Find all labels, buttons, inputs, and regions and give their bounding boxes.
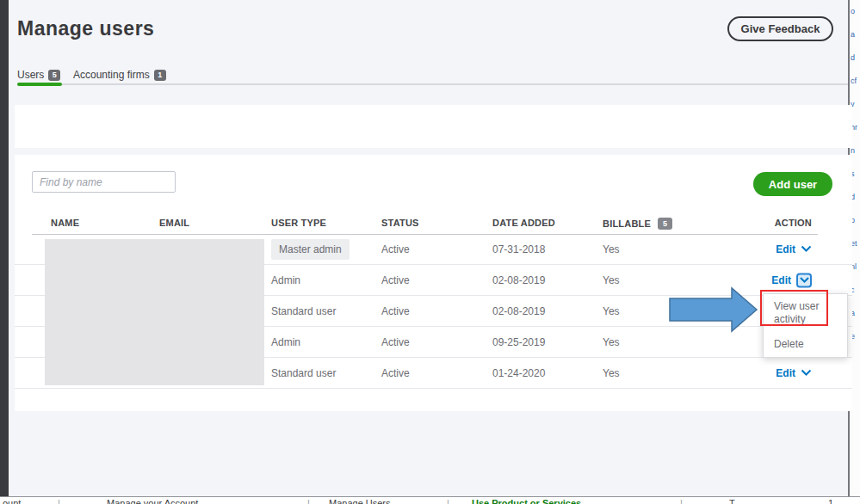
- bottom-link-use-product: Use Product or Services: [472, 498, 581, 504]
- header-action: ACTION: [775, 218, 812, 228]
- cell-status: Active: [381, 243, 410, 255]
- bottom-fragment: T: [729, 498, 735, 504]
- header-billable: BILLABLE 5: [603, 218, 672, 230]
- cell-date-added: 02-08-2019: [492, 274, 545, 286]
- cell-user-type: Master admin: [271, 239, 350, 260]
- bottom-link-manage-account: Manage your Account: [107, 498, 198, 504]
- bottom-separator: |: [680, 498, 683, 504]
- header-date-added: DATE ADDED: [492, 218, 555, 228]
- chevron-down-icon[interactable]: [801, 245, 812, 253]
- annotation-arrow-icon: [669, 286, 759, 333]
- header-user-type: USER TYPE: [271, 218, 326, 228]
- cell-action: Edit: [776, 243, 812, 255]
- table-header-row: NAME EMAIL USER TYPE STATUS DATE ADDED B…: [15, 215, 852, 234]
- cell-status: Active: [381, 305, 410, 317]
- cell-user-type: Admin: [271, 336, 300, 348]
- cell-billable: Yes: [603, 305, 620, 317]
- cell-user-type: Admin: [271, 274, 300, 286]
- cell-billable: Yes: [603, 367, 620, 379]
- page-title: Manage users: [17, 17, 154, 40]
- add-user-button[interactable]: Add user: [753, 172, 832, 196]
- edit-link[interactable]: Edit: [771, 274, 791, 286]
- users-card: Add user NAME EMAIL USER TYPE STATUS DAT…: [15, 155, 852, 411]
- edit-link[interactable]: Edit: [776, 367, 795, 379]
- bottom-separator: |: [58, 498, 60, 504]
- cell-action: Edit: [776, 367, 812, 379]
- give-feedback-button[interactable]: Give Feedback: [727, 16, 833, 41]
- bottom-separator: |: [447, 498, 449, 504]
- tab-accounting-firms[interactable]: Accounting firms 1: [73, 68, 166, 82]
- tab-users[interactable]: Users 5: [17, 68, 60, 82]
- cell-date-added: 09-25-2019: [492, 336, 545, 348]
- chevron-down-icon[interactable]: [801, 369, 812, 377]
- cell-status: Active: [381, 274, 410, 286]
- cell-billable: Yes: [603, 274, 620, 286]
- cell-user-type: Standard user: [271, 305, 336, 317]
- tab-accounting-firms-label: Accounting firms: [73, 69, 150, 81]
- tab-users-label: Users: [17, 69, 44, 81]
- cell-status: Active: [381, 367, 410, 379]
- header-billable-label: BILLABLE: [603, 218, 651, 229]
- tab-users-count-badge: 5: [48, 70, 60, 81]
- tab-accounting-firms-count-badge: 1: [154, 70, 166, 81]
- cell-date-added: 07-31-2018: [492, 243, 545, 255]
- bottom-separator: |: [307, 498, 310, 504]
- billable-count-badge: 5: [658, 218, 672, 230]
- header-email: EMAIL: [159, 218, 189, 228]
- cell-status: Active: [381, 336, 410, 348]
- bottom-link-manage-users: Manage Users: [329, 498, 391, 504]
- cell-user-type: Standard user: [271, 367, 336, 379]
- search-input[interactable]: [32, 171, 176, 193]
- empty-white-band: [15, 105, 852, 148]
- tabs-divider: [17, 83, 848, 85]
- cell-date-added: 01-24-2020: [492, 367, 545, 379]
- edit-link[interactable]: Edit: [776, 243, 795, 255]
- background-sidebar-edge: [0, 0, 9, 496]
- menu-item-delete[interactable]: Delete: [764, 332, 847, 357]
- cell-billable: Yes: [603, 243, 620, 255]
- cell-billable: Yes: [603, 336, 620, 348]
- active-tab-indicator: [17, 83, 62, 86]
- red-highlight-box: [760, 290, 828, 326]
- cell-date-added: 02-08-2019: [492, 305, 545, 317]
- bottom-fragment: ount: [3, 498, 21, 504]
- header-name: NAME: [51, 218, 79, 228]
- manage-users-screen: oadcfvhrnsdoetnlcae ount | Manage your A…: [0, 0, 860, 504]
- edit-dropdown-toggle[interactable]: [796, 273, 812, 287]
- redacted-name-email-block: [45, 239, 264, 385]
- header-status: STATUS: [381, 218, 419, 228]
- chevron-down-icon: [800, 277, 809, 284]
- background-page-bottom-sliver: ount | Manage your Account | Manage User…: [0, 496, 860, 504]
- bottom-fragment: 1: [828, 498, 833, 504]
- cell-action: Edit: [771, 273, 812, 287]
